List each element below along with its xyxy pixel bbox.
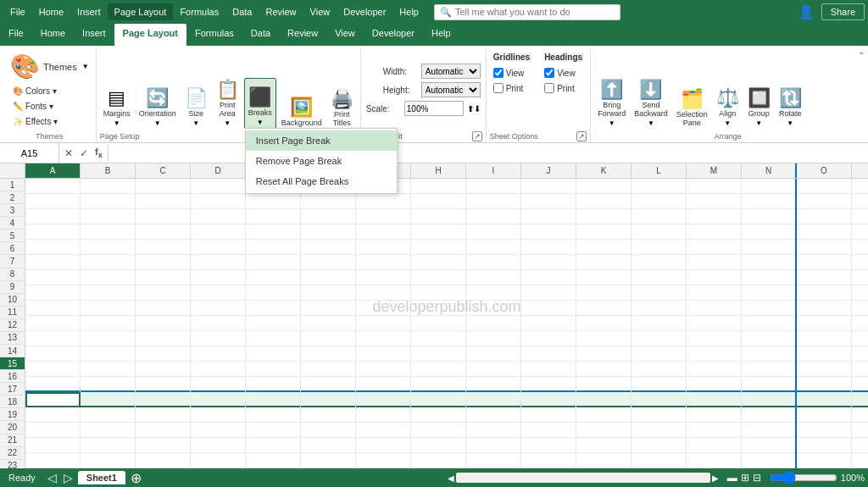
selection-pane-button[interactable]: 🗂️ Selection Pane xyxy=(673,78,711,129)
cell-I4[interactable] xyxy=(466,224,521,240)
cell-O10[interactable] xyxy=(797,316,852,331)
cell-L16[interactable] xyxy=(632,407,687,423)
cell-H18[interactable] xyxy=(411,438,466,453)
bring-forward-button[interactable]: ⬆️ Bring Forward ▼ xyxy=(594,78,629,129)
tab-file[interactable]: File xyxy=(0,24,32,46)
cell-B6[interactable] xyxy=(81,255,136,270)
cell-E2[interactable] xyxy=(246,194,301,209)
cell-G18[interactable] xyxy=(356,438,411,453)
cell-G10[interactable] xyxy=(356,316,411,331)
cell-B8[interactable] xyxy=(81,285,136,301)
col-header-K[interactable]: K xyxy=(576,163,632,178)
cell-B16[interactable] xyxy=(81,407,136,423)
cell-P19[interactable] xyxy=(852,453,868,468)
size-button[interactable]: 📄 Size ▼ xyxy=(181,78,211,129)
cell-J4[interactable] xyxy=(521,224,576,240)
cell-C13[interactable] xyxy=(136,362,191,377)
cell-G4[interactable] xyxy=(356,224,411,240)
cell-C16[interactable] xyxy=(136,407,191,423)
cell-P13[interactable] xyxy=(852,362,868,377)
cell-N16[interactable] xyxy=(742,407,797,423)
cell-C7[interactable] xyxy=(136,270,191,285)
cell-I9[interactable] xyxy=(466,301,521,316)
cell-M11[interactable] xyxy=(687,331,742,346)
cell-E7[interactable] xyxy=(246,270,301,285)
cell-D17[interactable] xyxy=(191,423,246,438)
cell-D18[interactable] xyxy=(191,438,246,453)
cell-N3[interactable] xyxy=(742,209,797,224)
row-header-3[interactable]: 3 xyxy=(0,204,25,217)
cell-M14[interactable] xyxy=(687,377,742,392)
cell-L4[interactable] xyxy=(632,224,687,240)
menu-view[interactable]: View xyxy=(303,3,337,20)
cell-N19[interactable] xyxy=(742,453,797,468)
cell-D10[interactable] xyxy=(191,316,246,331)
menu-formulas[interactable]: Formulas xyxy=(173,3,225,20)
gridlines-print-checkbox[interactable] xyxy=(493,83,504,93)
cell-J2[interactable] xyxy=(521,194,576,209)
cell-H12[interactable] xyxy=(411,346,466,362)
cell-J6[interactable] xyxy=(521,255,576,270)
height-select[interactable]: Automatic 1 page 2 pages xyxy=(421,82,481,97)
cell-M16[interactable] xyxy=(687,407,742,423)
cell-B17[interactable] xyxy=(81,423,136,438)
page-break-view-button[interactable]: ⊟ xyxy=(753,472,761,484)
cell-E18[interactable] xyxy=(246,438,301,453)
cell-K19[interactable] xyxy=(576,453,632,468)
row-header-18[interactable]: 18 xyxy=(0,396,25,408)
menu-insert[interactable]: Insert xyxy=(70,3,108,20)
group-button[interactable]: 🔲 Group ▼ xyxy=(744,78,774,129)
col-header-C[interactable]: C xyxy=(136,163,191,178)
cell-L12[interactable] xyxy=(632,346,687,362)
breaks-button[interactable]: ⬛ Breaks ▼ Insert Page Break Remove Page… xyxy=(244,78,276,129)
cell-A16[interactable] xyxy=(25,407,81,423)
cell-B9[interactable] xyxy=(81,301,136,316)
cell-M5[interactable] xyxy=(687,240,742,255)
cell-P1[interactable] xyxy=(852,179,868,194)
cell-I15[interactable] xyxy=(466,392,521,407)
cell-H16[interactable] xyxy=(411,407,466,423)
cell-D14[interactable] xyxy=(191,377,246,392)
cell-E11[interactable] xyxy=(246,331,301,346)
cell-L18[interactable] xyxy=(632,438,687,453)
align-button[interactable]: ⚖️ Align ▼ xyxy=(713,78,743,129)
cell-F3[interactable] xyxy=(301,209,356,224)
cell-F15[interactable] xyxy=(301,392,356,407)
cell-E10[interactable] xyxy=(246,316,301,331)
cell-J19[interactable] xyxy=(521,453,576,468)
width-select[interactable]: Automatic 1 page 2 pages xyxy=(421,64,481,79)
cell-M1[interactable] xyxy=(687,179,742,194)
cell-K7[interactable] xyxy=(576,270,632,285)
send-backward-button[interactable]: ⬇️ Send Backward ▼ xyxy=(631,78,671,129)
cell-K10[interactable] xyxy=(576,316,632,331)
cell-A5[interactable] xyxy=(25,240,81,255)
cell-F12[interactable] xyxy=(301,346,356,362)
cell-O7[interactable] xyxy=(797,270,852,285)
cell-D2[interactable] xyxy=(191,194,246,209)
cell-O18[interactable] xyxy=(797,438,852,453)
cell-J17[interactable] xyxy=(521,423,576,438)
insert-page-break-item[interactable]: Insert Page Break xyxy=(246,130,397,151)
cell-C14[interactable] xyxy=(136,377,191,392)
cell-P3[interactable] xyxy=(852,209,868,224)
cell-O2[interactable] xyxy=(797,194,852,209)
col-header-P[interactable]: P xyxy=(852,163,868,178)
cell-G16[interactable] xyxy=(356,407,411,423)
row-header-7[interactable]: 7 xyxy=(0,255,25,268)
cell-P17[interactable] xyxy=(852,423,868,438)
print-titles-button[interactable]: 🖨️ Print Titles xyxy=(327,78,357,129)
row-header-12[interactable]: 12 xyxy=(0,319,25,332)
cell-I10[interactable] xyxy=(466,316,521,331)
headings-print-checkbox[interactable] xyxy=(544,83,554,93)
cell-N5[interactable] xyxy=(742,240,797,255)
cell-N10[interactable] xyxy=(742,316,797,331)
cell-F16[interactable] xyxy=(301,407,356,423)
cell-B12[interactable] xyxy=(81,346,136,362)
cell-H8[interactable] xyxy=(411,285,466,301)
col-header-D[interactable]: D xyxy=(191,163,246,178)
row-header-17[interactable]: 17 xyxy=(0,383,25,396)
sheet-tab-sheet1[interactable]: Sheet1 xyxy=(78,471,125,484)
cell-G11[interactable] xyxy=(356,331,411,346)
row-header-22[interactable]: 22 xyxy=(0,447,25,460)
cell-J12[interactable] xyxy=(521,346,576,362)
